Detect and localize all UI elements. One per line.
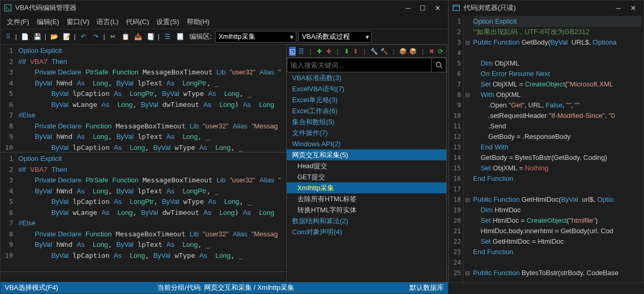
tree-searchbox	[287, 58, 446, 72]
right-code[interactable]: Option Explicit'''如果出现乱码，UTF-8可改为GB2312P…	[471, 15, 643, 282]
gutter-bottom: 12345678910	[1, 153, 16, 271]
right-window: 代码浏览器(只读) ─ ✕ 12345678910111213141516171…	[448, 0, 644, 283]
tree-item[interactable]: Excel工作表(6)	[287, 105, 446, 116]
tree-item[interactable]: GET提交	[287, 171, 446, 182]
right-gutter: 1234567891011121314151617181920212223242…	[449, 15, 464, 282]
tree-item[interactable]: VBA标准函数(3)	[287, 72, 446, 83]
tree-item[interactable]: Head提交	[287, 160, 446, 171]
search-icon[interactable]	[431, 58, 446, 72]
tree-item[interactable]: 转换HTML字符实体	[287, 204, 446, 215]
tree-item[interactable]: Com对象声明(4)	[287, 226, 446, 237]
right-fold-column[interactable]: ⊟ ⊟ ⊟ ⊟	[464, 15, 471, 282]
menu-window[interactable]: 窗口(V)	[63, 16, 92, 28]
tree-select-icon[interactable]: ◱	[289, 47, 296, 56]
tree-item[interactable]: 集合和数组(5)	[287, 116, 446, 127]
doc-icon[interactable]: 📃	[175, 31, 185, 42]
tree-delete-icon[interactable]: ✖	[428, 47, 435, 56]
tree-list-icon[interactable]: ☰	[298, 47, 305, 56]
main-toolbar: ⠿ | 📄 💾 | 📂 📝 | ↶ ↷ | ✂ 📋 📥 📑 | ☰ 📃 编辑区:…	[1, 29, 448, 45]
copy-icon[interactable]: 📋	[120, 31, 131, 42]
dropdown-codetype[interactable]: VBA函数或过程	[298, 31, 372, 42]
list-icon[interactable]: ☰	[162, 31, 173, 42]
tree-toolbar: ◱ ☰ | ✚ ✚ | ⬇ ⬇ | 🔧 🔨 | 📦 📦 | ✖ ⟳	[287, 45, 446, 58]
tree-item[interactable]: 去除所有HTML标签	[287, 193, 446, 204]
right-title: 代码浏览器(只读)	[464, 3, 516, 13]
svg-rect-3	[453, 5, 459, 11]
menu-code[interactable]: 代码(C)	[123, 16, 152, 28]
right-minimize-button[interactable]: ─	[611, 3, 626, 13]
tree-item[interactable]: Excel单元格(3)	[287, 94, 446, 105]
menu-edit[interactable]: 编辑(E)	[34, 16, 62, 28]
tree-search-input[interactable]	[287, 61, 431, 69]
gutter-top: 12345678910	[1, 45, 16, 152]
undo-icon[interactable]: ↶	[78, 31, 89, 42]
menu-help[interactable]: 帮助(H)	[184, 16, 213, 28]
app-icon	[4, 4, 12, 12]
status-mid: 当前分组/代码: 网页交互和采集 / Xmlhttp采集	[157, 283, 294, 292]
close-button[interactable]: ✕	[430, 3, 445, 13]
menubar: 文件(F) 编辑(E) 窗口(V) 语言(L) 代码(C) 设置(S) 帮助(H…	[1, 15, 448, 29]
status-left: VBA选择模式(F4)	[5, 283, 58, 292]
redo-icon[interactable]: ↷	[91, 31, 101, 42]
paste-icon[interactable]: 📥	[133, 31, 143, 42]
right-titlebar: 代码浏览器(只读) ─ ✕	[449, 1, 643, 15]
tree-tool1-icon[interactable]: 🔧	[370, 47, 378, 56]
svg-line-2	[440, 67, 442, 69]
dropdown-codename[interactable]: Xmlhttp采集	[215, 31, 296, 42]
menu-file[interactable]: 文件(F)	[4, 16, 33, 28]
browser-icon	[452, 4, 460, 12]
cut-icon[interactable]: ✂	[108, 31, 118, 42]
tree-tool2-icon[interactable]: 🔨	[380, 47, 388, 56]
edit-area-label: 编辑区:	[189, 32, 212, 41]
tree-list: VBA标准函数(3)ExcelVBA语句(7)Excel单元格(3)Excel工…	[287, 72, 446, 282]
left-title: VBA代码编辑管理器	[15, 3, 77, 13]
tree-item[interactable]: 文件操作(7)	[287, 127, 446, 138]
tree-panel: ◱ ☰ | ✚ ✚ | ⬇ ⬇ | 🔧 🔨 | 📦 📦 | ✖ ⟳ VBA标准函…	[286, 45, 447, 282]
clipboard-icon[interactable]: 📑	[145, 31, 156, 42]
right-code-area[interactable]: 1234567891011121314151617181920212223242…	[449, 15, 643, 282]
menu-lang[interactable]: 语言(L)	[93, 16, 122, 28]
tree-add-green-icon[interactable]: ✚	[316, 47, 323, 56]
toolbar-dropdown-icon[interactable]: ⠿	[3, 31, 13, 42]
tree-add-red-icon[interactable]: ✚	[325, 47, 332, 56]
tree-refresh-icon[interactable]: ⟳	[437, 47, 444, 56]
right-close-button[interactable]: ✕	[626, 3, 640, 13]
open-icon[interactable]: 📂	[49, 31, 59, 42]
tree-item[interactable]: 网页交互和采集(5)	[287, 149, 446, 160]
tree-item[interactable]: 数据结构和算法(2)	[287, 215, 446, 226]
svg-point-1	[436, 62, 441, 67]
tree-box2-icon[interactable]: 📦	[409, 47, 417, 56]
minimize-button[interactable]: ─	[401, 3, 415, 13]
save-icon[interactable]: 💾	[32, 31, 42, 42]
statusbar: VBA选择模式(F4) 当前分组/代码: 网页交互和采集 / Xmlhttp采集…	[1, 282, 448, 293]
tree-item[interactable]: Xmlhttp采集	[287, 182, 446, 193]
tree-item[interactable]: ExcelVBA语句(7)	[287, 83, 446, 94]
svg-rect-0	[5, 5, 11, 11]
left-titlebar: VBA代码编辑管理器 ─ ☐ ✕	[1, 1, 448, 15]
status-right: 默认数据库	[410, 283, 444, 292]
tree-box1-icon[interactable]: 📦	[399, 47, 407, 56]
maximize-button[interactable]: ☐	[415, 3, 430, 13]
tree-item[interactable]: Windows API(2)	[287, 138, 446, 149]
tree-arrow-red-icon[interactable]: ⬇	[352, 47, 359, 56]
edit-icon[interactable]: 📝	[61, 31, 72, 42]
tree-arrow-green-icon[interactable]: ⬇	[343, 47, 350, 56]
menu-settings[interactable]: 设置(S)	[153, 16, 182, 28]
new-icon[interactable]: 📄	[19, 31, 30, 42]
